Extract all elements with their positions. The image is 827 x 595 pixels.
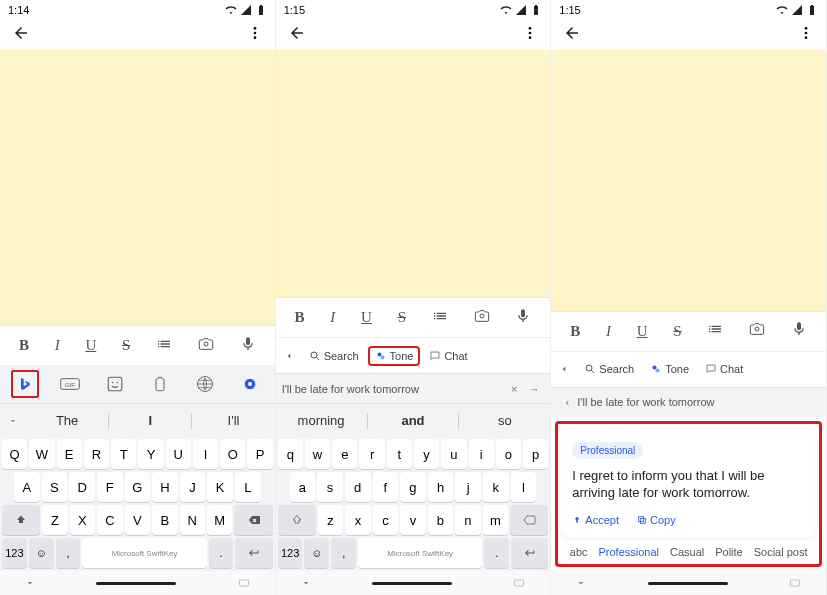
emoji-key[interactable]: ☺: [29, 538, 54, 568]
camera-button[interactable]: [749, 321, 765, 341]
key-h[interactable]: H: [152, 472, 178, 502]
key-r[interactable]: r: [359, 439, 384, 469]
key-v[interactable]: v: [400, 505, 425, 535]
key-r[interactable]: R: [84, 439, 109, 469]
more-button[interactable]: [247, 25, 263, 45]
comma-key[interactable]: ,: [56, 538, 81, 568]
key-k[interactable]: k: [483, 472, 509, 502]
note-body[interactable]: [551, 50, 826, 311]
numeric-key[interactable]: 123: [2, 538, 27, 568]
location-button[interactable]: [230, 370, 271, 398]
bing-input-back[interactable]: ‹: [557, 396, 577, 408]
translate-button[interactable]: [184, 370, 225, 398]
key-o[interactable]: o: [496, 439, 521, 469]
key-t[interactable]: t: [387, 439, 412, 469]
key-e[interactable]: e: [332, 439, 357, 469]
key-h[interactable]: h: [428, 472, 454, 502]
note-body[interactable]: [0, 50, 275, 325]
mic-button[interactable]: [515, 308, 531, 328]
key-i[interactable]: I: [193, 439, 218, 469]
tone-tab-socialpost[interactable]: Social post: [754, 546, 808, 558]
keyboard-switch-icon[interactable]: [512, 577, 526, 589]
bing-button[interactable]: [4, 370, 45, 398]
key-s[interactable]: s: [317, 472, 343, 502]
home-indicator[interactable]: [372, 582, 452, 585]
key-j[interactable]: j: [455, 472, 481, 502]
suggestion-1[interactable]: The: [26, 413, 108, 428]
key-w[interactable]: W: [29, 439, 54, 469]
strike-button[interactable]: S: [122, 337, 130, 354]
tone-tab-abc[interactable]: abc: [570, 546, 588, 558]
key-g[interactable]: G: [125, 472, 151, 502]
more-button[interactable]: [798, 25, 814, 45]
key-d[interactable]: D: [69, 472, 95, 502]
key-l[interactable]: l: [511, 472, 537, 502]
chevron-down-icon[interactable]: [24, 577, 36, 589]
key-i[interactable]: i: [469, 439, 494, 469]
backspace-key[interactable]: [234, 505, 272, 535]
clipboard-button[interactable]: [139, 370, 180, 398]
list-button[interactable]: [707, 321, 723, 341]
key-n[interactable]: n: [455, 505, 480, 535]
tone-tab-polite[interactable]: Polite: [715, 546, 743, 558]
key-a[interactable]: a: [290, 472, 316, 502]
shift-key[interactable]: [2, 505, 40, 535]
bing-input-text[interactable]: I'll be late for work tomorrow: [577, 396, 820, 408]
camera-button[interactable]: [198, 336, 214, 356]
search-chip[interactable]: Search: [577, 359, 641, 379]
enter-key[interactable]: [235, 538, 272, 568]
chip-prev[interactable]: [278, 351, 300, 361]
emoji-key[interactable]: ☺: [304, 538, 329, 568]
space-key[interactable]: Microsoft SwiftKey: [82, 538, 206, 568]
backspace-key[interactable]: [510, 505, 548, 535]
key-j[interactable]: J: [180, 472, 206, 502]
bing-input-submit[interactable]: →: [524, 383, 544, 395]
key-q[interactable]: Q: [2, 439, 27, 469]
chevron-down-icon[interactable]: [300, 577, 312, 589]
chat-chip[interactable]: Chat: [698, 359, 750, 379]
tone-tab-casual[interactable]: Casual: [670, 546, 704, 558]
key-m[interactable]: m: [483, 505, 508, 535]
key-f[interactable]: F: [97, 472, 123, 502]
bold-button[interactable]: B: [570, 323, 580, 340]
key-v[interactable]: V: [125, 505, 150, 535]
key-m[interactable]: M: [207, 505, 232, 535]
key-x[interactable]: x: [345, 505, 370, 535]
chip-prev[interactable]: [553, 364, 575, 374]
home-indicator[interactable]: [96, 582, 176, 585]
home-indicator[interactable]: [648, 582, 728, 585]
suggestion-close[interactable]: [0, 413, 26, 429]
tone-chip[interactable]: Tone: [368, 346, 421, 366]
space-key[interactable]: Microsoft SwiftKey: [358, 538, 482, 568]
key-p[interactable]: p: [523, 439, 548, 469]
mic-button[interactable]: [240, 336, 256, 356]
tone-tab-professional[interactable]: Professional: [598, 546, 659, 558]
key-l[interactable]: L: [235, 472, 261, 502]
chevron-down-icon[interactable]: [575, 577, 587, 589]
bold-button[interactable]: B: [295, 309, 305, 326]
key-x[interactable]: X: [70, 505, 95, 535]
suggestion-2[interactable]: and: [368, 413, 459, 428]
accept-button[interactable]: Accept: [572, 514, 619, 526]
key-t[interactable]: T: [111, 439, 136, 469]
sticker-button[interactable]: [94, 370, 135, 398]
gif-button[interactable]: GIF: [49, 370, 90, 398]
key-u[interactable]: u: [441, 439, 466, 469]
underline-button[interactable]: U: [85, 337, 96, 354]
key-q[interactable]: q: [278, 439, 303, 469]
keyboard-switch-icon[interactable]: [237, 577, 251, 589]
strike-button[interactable]: S: [398, 309, 406, 326]
shift-key[interactable]: [278, 505, 316, 535]
key-a[interactable]: A: [14, 472, 40, 502]
suggestion-2[interactable]: I: [109, 413, 191, 428]
key-n[interactable]: N: [180, 505, 205, 535]
key-p[interactable]: P: [247, 439, 272, 469]
camera-button[interactable]: [474, 308, 490, 328]
list-button[interactable]: [156, 336, 172, 356]
underline-button[interactable]: U: [361, 309, 372, 326]
back-button[interactable]: [12, 24, 30, 46]
numeric-key[interactable]: 123: [278, 538, 303, 568]
underline-button[interactable]: U: [637, 323, 648, 340]
key-c[interactable]: c: [373, 505, 398, 535]
key-g[interactable]: g: [400, 472, 426, 502]
